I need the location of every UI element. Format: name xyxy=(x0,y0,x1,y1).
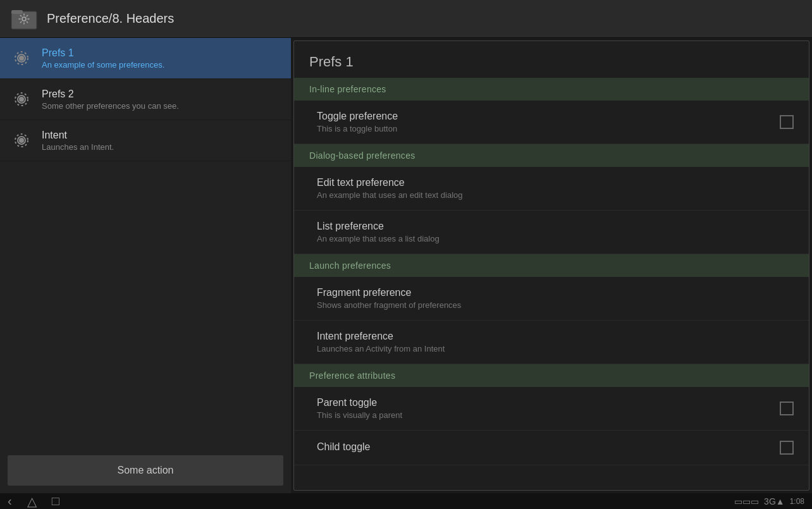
pref-item-parent-toggle[interactable]: Parent toggleThis is visually a parent xyxy=(294,387,809,431)
back-button[interactable]: ‹ xyxy=(8,494,12,508)
page-title: Preference/8. Headers xyxy=(47,11,174,26)
svg-point-8 xyxy=(19,97,24,102)
status-right: ▭▭▭ 3G▲ 1:08 xyxy=(734,496,804,506)
sidebar-item-list: Prefs 1An example of some preferences. P… xyxy=(0,38,291,448)
section-header-inline: In-line preferences xyxy=(294,78,809,101)
pref-subtitle: This is visually a parent xyxy=(317,410,402,420)
time-display: 1:08 xyxy=(790,497,804,506)
svg-rect-1 xyxy=(11,10,23,14)
pref-title: Parent toggle xyxy=(317,397,402,408)
pref-title: Fragment preference xyxy=(317,287,461,298)
gear-icon xyxy=(10,129,33,152)
svg-point-11 xyxy=(19,138,24,143)
sidebar-item-subtitle: Launches an Intent. xyxy=(42,142,114,152)
sidebar-item-title: Prefs 1 xyxy=(42,47,164,59)
sidebar-item-subtitle: Some other preferences you can see. xyxy=(42,101,179,111)
main-content: Prefs 1An example of some preferences. P… xyxy=(0,38,812,493)
status-bar: ‹ △ □ ▭▭▭ 3G▲ 1:08 xyxy=(0,493,812,509)
pref-item-child-toggle[interactable]: Child toggle xyxy=(294,431,809,465)
gear-icon xyxy=(10,47,33,70)
sidebar-item-intent[interactable]: IntentLaunches an Intent. xyxy=(0,120,291,161)
pref-item-toggle-pref[interactable]: Toggle preferenceThis is a toggle button xyxy=(294,101,809,144)
title-bar: Preference/8. Headers xyxy=(0,0,812,38)
sidebar-item-prefs1[interactable]: Prefs 1An example of some preferences. xyxy=(0,38,291,79)
pref-checkbox[interactable] xyxy=(780,402,794,415)
svg-point-5 xyxy=(19,56,24,61)
signal-icon: 3G▲ xyxy=(764,496,785,506)
pref-subtitle: An example that uses an edit text dialog xyxy=(317,190,463,200)
some-action-button[interactable]: Some action xyxy=(8,455,283,486)
pref-subtitle: An example that uses a list dialog xyxy=(317,234,440,243)
nav-buttons: ‹ △ □ xyxy=(8,494,59,509)
pref-item-list-pref[interactable]: List preferenceAn example that uses a li… xyxy=(294,211,809,254)
pref-item-fragment-pref[interactable]: Fragment preferenceShows another fragmen… xyxy=(294,277,809,321)
sidebar-item-prefs2[interactable]: Prefs 2Some other preferences you can se… xyxy=(0,79,291,120)
pref-subtitle: Shows another fragment of preferences xyxy=(317,300,461,310)
pref-item-intent-pref[interactable]: Intent preferenceLaunches an Activity fr… xyxy=(294,321,809,364)
recents-button[interactable]: □ xyxy=(52,494,59,508)
sidebar-item-title: Prefs 2 xyxy=(42,89,179,100)
pref-title: Child toggle xyxy=(317,441,371,453)
pref-title: Edit text preference xyxy=(317,177,463,188)
gear-icon xyxy=(10,88,33,111)
pref-checkbox[interactable] xyxy=(780,441,794,455)
battery-icon: ▭▭▭ xyxy=(734,496,759,506)
section-header-pref-attrs: Preference attributes xyxy=(294,364,809,387)
home-button[interactable]: △ xyxy=(27,494,37,509)
sidebar: Prefs 1An example of some preferences. P… xyxy=(0,38,291,493)
pref-title: List preference xyxy=(317,221,440,232)
sidebar-item-title: Intent xyxy=(42,130,114,141)
section-header-dialog-based: Dialog-based preferences xyxy=(294,144,809,167)
panel-title: Prefs 1 xyxy=(294,41,809,78)
pref-subtitle: This is a toggle button xyxy=(317,124,398,133)
pref-item-edit-text-pref[interactable]: Edit text preferenceAn example that uses… xyxy=(294,167,809,211)
section-header-launch: Launch preferences xyxy=(294,254,809,277)
pref-title: Intent preference xyxy=(317,331,445,342)
right-panel: Prefs 1 In-line preferencesToggle prefer… xyxy=(293,40,809,491)
pref-subtitle: Launches an Activity from an Intent xyxy=(317,344,445,353)
sidebar-item-subtitle: An example of some preferences. xyxy=(42,60,164,70)
app-icon xyxy=(10,5,38,33)
pref-checkbox[interactable] xyxy=(780,115,794,129)
pref-title: Toggle preference xyxy=(317,111,398,122)
